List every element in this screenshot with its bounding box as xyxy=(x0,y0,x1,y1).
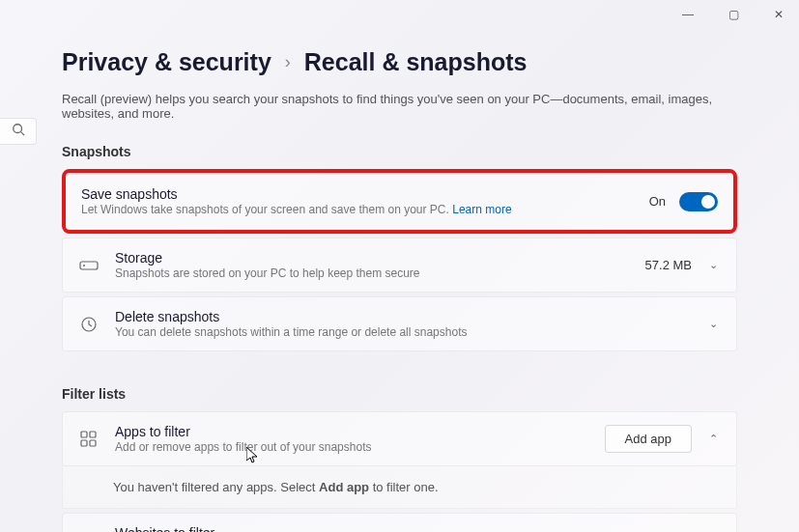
add-app-button[interactable]: Add app xyxy=(605,425,692,453)
websites-filter-title: Websites to filter xyxy=(115,525,596,532)
svg-point-3 xyxy=(83,265,85,266)
svg-rect-2 xyxy=(80,262,98,269)
websites-filter-card[interactable]: Websites to filter Add or remove website… xyxy=(62,513,737,532)
svg-rect-8 xyxy=(90,440,96,446)
chevron-up-icon: ⌃ xyxy=(705,433,721,445)
apps-filter-title: Apps to filter xyxy=(115,424,589,439)
apps-filter-subtitle: Add or remove apps to filter out of your… xyxy=(115,440,589,454)
delete-snapshots-card[interactable]: Delete snapshots You can delete snapshot… xyxy=(62,296,737,351)
delete-icon xyxy=(78,314,100,335)
section-header-filters: Filter lists xyxy=(62,386,737,402)
svg-rect-5 xyxy=(81,432,87,437)
storage-value: 57.2 MB xyxy=(645,258,692,272)
chevron-right-icon: › xyxy=(285,52,291,72)
save-snapshots-card[interactable]: Save snapshots Let Windows take snapshot… xyxy=(62,169,737,234)
breadcrumb: Privacy & security › Recall & snapshots xyxy=(62,48,737,76)
section-header-snapshots: Snapshots xyxy=(62,144,737,159)
svg-rect-6 xyxy=(90,432,96,437)
minimize-button[interactable]: — xyxy=(674,4,701,25)
chevron-down-icon: ⌄ xyxy=(705,259,721,271)
storage-subtitle: Snapshots are stored on your PC to help … xyxy=(115,266,630,280)
storage-icon xyxy=(78,255,100,276)
learn-more-link[interactable]: Learn more xyxy=(452,203,511,216)
save-snapshots-title: Save snapshots xyxy=(81,186,634,202)
svg-point-0 xyxy=(13,125,21,133)
storage-title: Storage xyxy=(115,250,630,266)
delete-subtitle: You can delete snapshots within a time r… xyxy=(115,325,690,339)
search-icon xyxy=(12,123,25,140)
save-snapshots-subtitle: Let Windows take snapshots of your scree… xyxy=(81,203,634,216)
apps-icon xyxy=(78,429,100,450)
breadcrumb-parent[interactable]: Privacy & security xyxy=(62,48,271,76)
window-controls: — ▢ ✕ xyxy=(674,4,791,25)
toggle-state-label: On xyxy=(649,194,666,209)
svg-line-1 xyxy=(20,132,24,136)
breadcrumb-current: Recall & snapshots xyxy=(304,48,528,76)
search-collapsed[interactable] xyxy=(0,118,37,145)
storage-card[interactable]: Storage Snapshots are stored on your PC … xyxy=(62,238,737,293)
delete-title: Delete snapshots xyxy=(115,309,690,324)
svg-rect-7 xyxy=(81,440,87,446)
save-snapshots-toggle[interactable] xyxy=(679,192,718,211)
page-description: Recall (preview) helps you search your s… xyxy=(62,92,737,121)
apps-filter-empty-message: You haven't filtered any apps. Select Ad… xyxy=(62,466,737,509)
apps-filter-card[interactable]: Apps to filter Add or remove apps to fil… xyxy=(62,411,737,466)
chevron-down-icon: ⌄ xyxy=(705,318,721,330)
close-button[interactable]: ✕ xyxy=(766,4,791,25)
maximize-button[interactable]: ▢ xyxy=(721,4,747,25)
